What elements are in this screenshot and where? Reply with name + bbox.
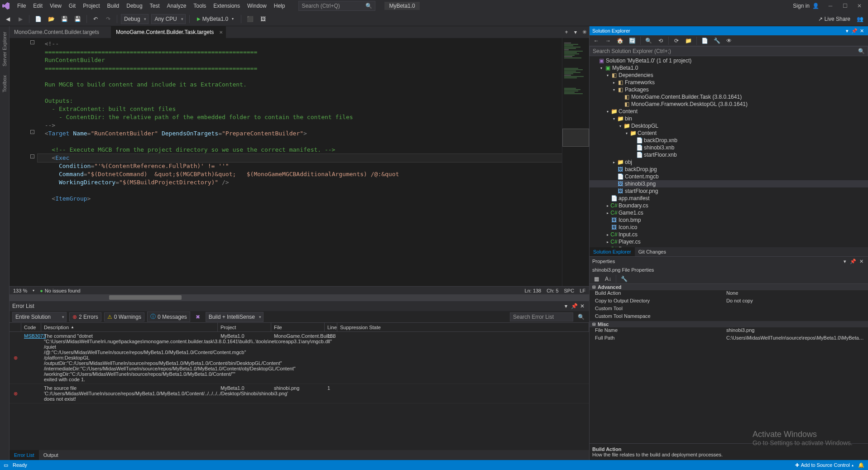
line-indicator[interactable]: Ln: 138 — [525, 288, 542, 293]
se-fwd-button[interactable]: → — [603, 36, 613, 46]
solution-tree[interactable]: ▣Solution 'MyBeta1.0' (1 of 1 project)▾▣… — [590, 56, 868, 247]
tree-node[interactable]: ▸C#Game1.cs — [590, 209, 868, 216]
props-close-button[interactable]: ✕ — [857, 259, 865, 264]
close-button[interactable]: ✕ — [853, 0, 866, 12]
se-pending-button[interactable]: 🔍 — [643, 36, 654, 46]
zoom-level[interactable]: 133 % — [13, 288, 27, 293]
tree-node[interactable]: ▸📁obj — [590, 158, 868, 166]
twisty-icon[interactable]: ▸ — [611, 81, 617, 85]
props-row[interactable]: Custom Tool Namespace — [590, 313, 868, 321]
scrollbar-thumb[interactable] — [109, 295, 182, 300]
props-value[interactable]: shinobi3.png — [724, 327, 868, 335]
feedback-button[interactable]: 👥 — [855, 14, 865, 24]
tree-node[interactable]: 🖼Icon.bmp — [590, 216, 868, 224]
error-row[interactable]: ⊗ MSB3073 The command "dotnet "C:\Users\… — [10, 332, 589, 384]
tree-node[interactable]: 🖼Icon.ico — [590, 224, 868, 231]
fold-toggle[interactable]: - — [30, 130, 34, 134]
signin-button[interactable]: Sign in 👤 — [789, 1, 823, 11]
menu-item-tools[interactable]: Tools — [190, 1, 210, 11]
twisty-icon[interactable]: ▾ — [605, 73, 610, 77]
se-pin-button[interactable]: 📌 — [851, 28, 858, 34]
close-icon[interactable]: ✕ — [219, 30, 223, 35]
props-category[interactable]: ⊟ Advanced — [590, 284, 868, 290]
tree-node[interactable]: ▸C#Input.cs — [590, 231, 868, 238]
props-row[interactable]: Copy to Output DirectoryDo not copy — [590, 298, 868, 306]
twisty-icon[interactable]: ▾ — [611, 117, 617, 121]
panel-close-button[interactable]: ✕ — [578, 303, 586, 309]
toolbox-tab[interactable]: Toolbox — [1, 72, 8, 95]
nav-back-button[interactable]: ◀ — [3, 14, 13, 24]
maximize-button[interactable]: ☐ — [838, 0, 852, 12]
tree-node[interactable]: 📄startFloor.xnb — [590, 151, 868, 158]
props-events-button[interactable]: 🔧 — [619, 274, 629, 284]
menu-item-edit[interactable]: Edit — [29, 1, 46, 11]
props-value[interactable]: None — [724, 290, 868, 298]
menu-item-test[interactable]: Test — [146, 1, 163, 11]
code-editor[interactable]: - - - <!-- =============================… — [10, 38, 589, 286]
start-debug-button[interactable]: ▶ MyBeta1.0 ▾ — [193, 14, 237, 24]
tree-node[interactable]: ▸C#Player.cs — [590, 238, 868, 245]
twisty-icon[interactable]: ▾ — [618, 124, 623, 128]
se-properties-button[interactable]: 🔧 — [712, 36, 722, 46]
menu-item-debug[interactable]: Debug — [123, 1, 146, 11]
tab-dropdown-button[interactable]: ▾ — [571, 26, 580, 38]
col-project[interactable]: Project — [218, 323, 271, 331]
tab-solution-explorer[interactable]: Solution Explorer — [590, 247, 635, 256]
error-scope-dropdown[interactable]: Entire Solution — [12, 312, 67, 322]
fold-toggle[interactable]: - — [30, 40, 34, 44]
menu-item-help[interactable]: Help — [270, 1, 289, 11]
live-share-button[interactable]: ↗ Live Share — [816, 14, 852, 24]
props-row[interactable]: File Nameshinobi3.png — [590, 327, 868, 335]
props-row[interactable]: Full PathC:\Users\MidasWellTuneIn\source… — [590, 335, 868, 343]
minimap[interactable] — [562, 38, 589, 286]
minimize-button[interactable]: ─ — [824, 0, 837, 12]
tree-node[interactable]: 📄Content.mgcb — [590, 173, 868, 180]
window-mgmt-icon[interactable]: ▭ — [4, 462, 8, 468]
panel-pin-button[interactable]: 📌 — [570, 303, 578, 309]
new-project-button[interactable]: 📄 — [33, 14, 43, 24]
horizontal-scrollbar[interactable] — [10, 294, 589, 301]
redo-button[interactable]: ↷ — [103, 14, 113, 24]
menu-item-project[interactable]: Project — [79, 1, 103, 11]
tree-node[interactable]: ▾◧Packages — [590, 86, 868, 93]
error-code[interactable]: MSB3073 — [21, 332, 41, 384]
twisty-icon[interactable]: ▸ — [605, 233, 610, 237]
props-row[interactable]: Custom Tool — [590, 306, 868, 313]
props-dropdown-button[interactable]: ▾ — [841, 259, 849, 264]
props-row[interactable]: Build ActionNone — [590, 290, 868, 298]
menu-item-analyze[interactable]: Analyze — [163, 1, 190, 11]
col-file[interactable]: File — [271, 323, 325, 331]
search-icon[interactable]: 🔍 — [576, 314, 586, 320]
save-button[interactable]: 💾 — [59, 14, 70, 24]
props-value[interactable] — [724, 313, 868, 321]
clear-filter-button[interactable]: ✖ — [193, 312, 203, 322]
props-pin-button[interactable]: 📌 — [849, 259, 857, 264]
tree-node[interactable]: 📄shinobi3.xnb — [590, 144, 868, 151]
server-explorer-tab[interactable]: Server Explorer — [1, 29, 8, 69]
messages-filter-chip[interactable]: ⓘ 0 Messages — [147, 312, 190, 322]
platform-dropdown[interactable]: Any CPU — [151, 14, 185, 24]
se-switch-views-button[interactable]: 🔄 — [627, 36, 638, 46]
se-close-button[interactable]: ✕ — [858, 28, 865, 34]
se-sync-button[interactable]: ⟲ — [656, 36, 666, 46]
error-code[interactable] — [21, 384, 41, 403]
fold-toggle[interactable]: - — [30, 154, 34, 158]
tree-node[interactable]: 📄backDrop.xnb — [590, 137, 868, 144]
open-button[interactable]: 📂 — [46, 14, 57, 24]
twisty-icon[interactable]: ▸ — [605, 240, 610, 244]
twisty-icon[interactable]: ▸ — [605, 211, 610, 215]
tab-plus-icon[interactable]: + — [562, 26, 571, 38]
warnings-filter-chip[interactable]: ⚠ 0 Warnings — [104, 312, 144, 321]
se-refresh-button[interactable]: ⟳ — [671, 36, 681, 46]
tree-node[interactable]: ▾◧Dependencies — [590, 72, 868, 79]
save-all-button[interactable]: 💾 — [72, 14, 83, 24]
menu-item-git[interactable]: Git — [65, 1, 79, 11]
tree-node[interactable]: 🖼backDrop.jpg — [590, 166, 868, 173]
document-tab[interactable]: MonoGame.Content.Builder.Task.targets✕ — [111, 26, 226, 38]
toolbar-extra-1[interactable]: ⬛ — [245, 14, 255, 24]
menu-item-window[interactable]: Window — [244, 1, 270, 11]
config-dropdown[interactable]: Debug — [121, 14, 149, 24]
solution-explorer-search[interactable]: Search Solution Explorer (Ctrl+;) 🔍 — [590, 46, 868, 56]
se-home-button[interactable]: 🏠 — [615, 36, 625, 46]
se-dropdown-button[interactable]: ▾ — [844, 28, 851, 34]
